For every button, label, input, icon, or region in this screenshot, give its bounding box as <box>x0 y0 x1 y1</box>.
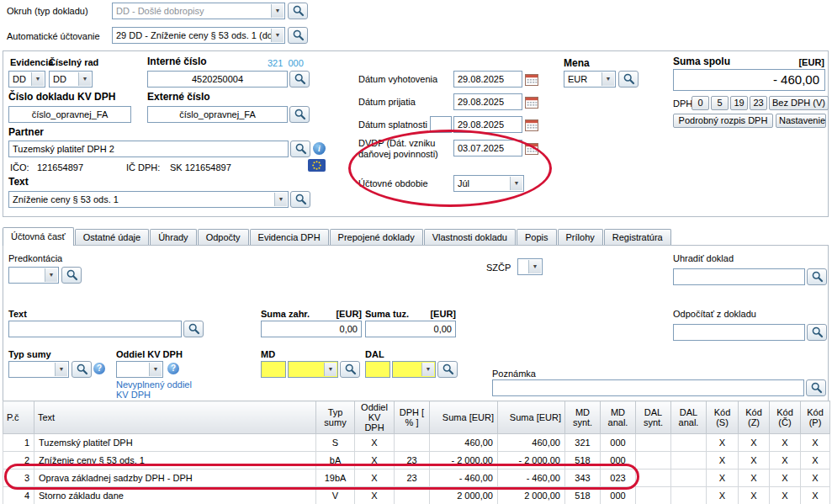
datum-vyhotovenia-input[interactable]: 29.08.2025 <box>453 71 522 88</box>
partner-input[interactable]: Tuzemský platiteľ DPH 2 <box>8 141 289 157</box>
table-header-cell[interactable]: MD anal. <box>601 401 636 434</box>
okruh-lookup-button[interactable] <box>288 3 308 19</box>
interne-cislo-input[interactable]: 4520250004 <box>147 71 288 88</box>
table-header-cell[interactable]: DPH [ % ] <box>395 401 430 434</box>
okruh-combobox[interactable]: DD - Došlé dobropisy ▼ <box>112 3 285 19</box>
evidencia-combobox[interactable]: DD ▼ <box>8 71 45 88</box>
typ-sumy-combobox[interactable]: ▼ <box>8 361 69 378</box>
md-anal-combobox[interactable]: ▼ <box>288 361 338 378</box>
chevron-down-icon[interactable]: ▼ <box>601 72 614 86</box>
partner-info-icon[interactable]: i <box>313 142 326 155</box>
tab-item[interactable]: Vlastnosti dokladu <box>424 229 516 246</box>
datum-splatnosti-input[interactable]: 29.08.2025 <box>453 116 522 133</box>
table-header-cell[interactable]: P.č <box>3 401 34 434</box>
uhradit-doklad-lookup-button[interactable] <box>807 268 827 285</box>
kv-dph-input[interactable]: číslo_opravnej_FA <box>8 106 131 123</box>
text-lookup-button[interactable] <box>290 191 310 208</box>
chevron-down-icon[interactable]: ▼ <box>55 363 67 376</box>
detail-text-lookup-button[interactable] <box>183 321 204 337</box>
oddiel-kv-dph-help-icon[interactable]: ? <box>167 363 179 374</box>
poznamka-input[interactable] <box>492 379 804 396</box>
chevron-down-icon[interactable]: ▼ <box>45 268 57 282</box>
externe-cislo-lookup-button[interactable] <box>289 106 310 123</box>
table-header-cell[interactable]: Oddiel KV DPH <box>355 401 395 434</box>
datum-prijatia-input[interactable]: 29.08.2025 <box>453 93 522 110</box>
table-header-cell[interactable]: Text <box>34 401 316 434</box>
auto-uctovanie-lookup-button[interactable] <box>288 27 308 44</box>
table-header-cell[interactable]: Suma [EUR] <box>498 401 565 434</box>
chevron-down-icon[interactable]: ▼ <box>271 29 284 42</box>
calendar-icon[interactable] <box>525 119 538 131</box>
chevron-down-icon[interactable]: ▼ <box>31 72 44 86</box>
suma-tuz-input[interactable]: 0,00 <box>365 321 456 337</box>
dph-rate-button[interactable]: Bez DPH (V) <box>769 96 829 110</box>
suma-zahr-input[interactable]: 0,00 <box>261 321 362 337</box>
table-row[interactable]: 2Zníženie ceny § 53 ods. 1bAX23- 2 000,0… <box>3 452 830 470</box>
calendar-icon[interactable] <box>525 142 538 155</box>
uctovne-obdobie-combobox[interactable]: Júl ▼ <box>453 175 524 192</box>
predkontacia-lookup-button[interactable] <box>61 267 82 284</box>
chevron-down-icon[interactable]: ▼ <box>510 177 522 190</box>
table-row[interactable]: 4Storno základu daneVX2 000,002 000,0051… <box>3 487 830 504</box>
odpocitat-lookup-button[interactable] <box>807 324 827 341</box>
oddiel-kv-dph-combobox[interactable]: ▼ <box>116 361 163 378</box>
dal-anal-combobox[interactable]: ▼ <box>392 361 436 378</box>
dvdp-input[interactable]: 03.07.2025 <box>453 140 522 157</box>
tab-item-active[interactable]: Účtovná časť <box>3 227 74 246</box>
chevron-down-icon[interactable]: ▼ <box>528 260 541 273</box>
calendar-icon[interactable] <box>525 73 538 86</box>
table-header-cell[interactable]: Kód (Z) <box>739 401 770 434</box>
calendar-icon[interactable] <box>525 96 538 109</box>
table-header-cell[interactable]: MD synt. <box>565 401 601 434</box>
dal-lookup-button[interactable] <box>437 361 458 378</box>
tab-item[interactable]: Evidencia DPH <box>250 229 329 246</box>
mena-combobox[interactable]: EUR ▼ <box>564 71 616 88</box>
tab-item[interactable]: Registratúra <box>604 229 671 246</box>
table-row[interactable]: 1Tuzemský platiteľ DPHSX460,00460,003210… <box>3 434 830 452</box>
tab-item[interactable]: Odpočty <box>198 229 249 246</box>
table-header-cell[interactable]: DAL synt. <box>636 401 671 434</box>
uhradit-doklad-input[interactable] <box>673 268 805 285</box>
md-synt-input[interactable] <box>261 361 286 378</box>
typ-sumy-lookup-button[interactable] <box>72 361 92 378</box>
dph-rate-button[interactable]: 23 <box>750 96 767 110</box>
dph-rate-button[interactable]: 0 <box>692 96 709 110</box>
chevron-down-icon[interactable]: ▼ <box>324 363 337 376</box>
tab-item[interactable]: Prílohy <box>558 229 603 246</box>
tab-item[interactable]: Popis <box>517 229 557 246</box>
tab-item[interactable]: Prepojené doklady <box>330 229 423 246</box>
partner-lookup-button[interactable] <box>290 141 310 157</box>
chevron-down-icon[interactable]: ▼ <box>274 193 287 206</box>
odpocitat-input[interactable] <box>673 324 805 341</box>
suma-spolu-input[interactable]: - 460,00 <box>673 69 825 91</box>
podrobny-rozpis-dph-button[interactable]: Podrobný rozpis DPH <box>673 114 773 128</box>
table-header-cell[interactable]: DAL anal. <box>671 401 707 434</box>
poznamka-lookup-button[interactable] <box>806 379 826 396</box>
mena-lookup-button[interactable] <box>618 71 639 88</box>
splatnost-dni-input[interactable] <box>430 116 452 133</box>
table-header-cell[interactable]: Kód (S) <box>707 401 739 434</box>
szcp-combobox[interactable]: ▼ <box>517 258 543 275</box>
tab-item[interactable]: Úhrady <box>150 229 196 246</box>
dal-synt-input[interactable] <box>365 361 390 378</box>
table-header-cell[interactable]: Kód (Č) <box>770 401 801 434</box>
md-lookup-button[interactable] <box>340 361 360 378</box>
text-combobox[interactable]: Zníženie ceny § 53 ods. 1 ▼ <box>8 191 289 208</box>
table-header-cell[interactable]: Typ sumy <box>316 401 355 434</box>
typ-sumy-help-icon[interactable]: ? <box>93 363 105 374</box>
dph-rate-button[interactable]: 5 <box>711 96 729 110</box>
externe-cislo-input[interactable]: číslo_opravnej_FA <box>147 106 288 123</box>
chevron-down-icon[interactable]: ▼ <box>271 4 284 18</box>
table-header-cell[interactable]: Kód (P) <box>801 401 830 434</box>
auto-uctovanie-combobox[interactable]: 29 DD - Zníženie ceny § 53 ods. 1 (dol ▼ <box>112 27 285 44</box>
predkontacia-combobox[interactable]: ▼ <box>8 267 59 284</box>
table-row[interactable]: 3Oprava základnej sadzby DPH - DPH19bAX2… <box>3 470 830 487</box>
chevron-down-icon[interactable]: ▼ <box>78 72 91 86</box>
ciselny-rad-combobox[interactable]: DD ▼ <box>49 71 93 88</box>
nastavenie-button[interactable]: Nastavenie <box>776 114 826 128</box>
chevron-down-icon[interactable]: ▼ <box>421 363 434 376</box>
tab-item[interactable]: Ostatné údaje <box>75 229 150 246</box>
table-header-cell[interactable]: Suma [EUR] <box>430 401 498 434</box>
dph-rate-button[interactable]: 19 <box>730 96 748 110</box>
chevron-down-icon[interactable]: ▼ <box>149 363 162 376</box>
